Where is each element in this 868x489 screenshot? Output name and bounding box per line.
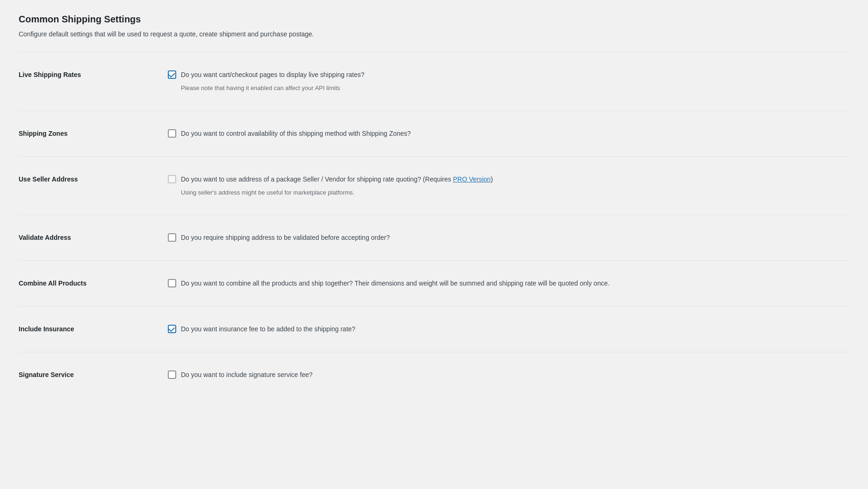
page-title: Common Shipping Settings bbox=[19, 14, 849, 25]
checkbox-label-use-seller-address: Do you want to use address of a package … bbox=[181, 175, 493, 184]
checkbox-signature-service[interactable] bbox=[168, 370, 176, 379]
checkbox-label-include-insurance: Do you want insurance fee to be added to… bbox=[181, 324, 355, 334]
checkbox-label-validate-address: Do you require shipping address to be va… bbox=[181, 233, 390, 243]
checkbox-row-use-seller-address: Do you want to use address of a package … bbox=[168, 175, 849, 184]
setting-label-include-insurance: Include Insurance bbox=[19, 316, 168, 342]
checkbox-row-signature-service: Do you want to include signature service… bbox=[168, 370, 849, 380]
checkbox-row-validate-address: Do you require shipping address to be va… bbox=[168, 233, 849, 243]
setting-label-signature-service: Signature Service bbox=[19, 362, 168, 388]
setting-row-live-shipping-rates: Live Shipping RatesDo you want cart/chec… bbox=[19, 52, 849, 111]
setting-row-include-insurance: Include InsuranceDo you want insurance f… bbox=[19, 306, 849, 352]
checkbox-use-seller-address bbox=[168, 175, 176, 183]
setting-row-combine-all-products: Combine All ProductsDo you want to combi… bbox=[19, 260, 849, 306]
pro-version-link-use-seller-address[interactable]: PRO Version bbox=[453, 175, 491, 183]
setting-content-include-insurance: Do you want insurance fee to be added to… bbox=[168, 316, 849, 342]
page-description: Configure default settings that will be … bbox=[19, 30, 849, 38]
checkbox-live-shipping-rates[interactable] bbox=[168, 70, 176, 79]
setting-row-use-seller-address: Use Seller AddressDo you want to use add… bbox=[19, 156, 849, 215]
setting-content-use-seller-address: Do you want to use address of a package … bbox=[168, 166, 849, 206]
checkbox-row-include-insurance: Do you want insurance fee to be added to… bbox=[168, 324, 849, 334]
setting-label-live-shipping-rates: Live Shipping Rates bbox=[19, 62, 168, 88]
setting-label-shipping-zones: Shipping Zones bbox=[19, 120, 168, 147]
setting-content-combine-all-products: Do you want to combine all the products … bbox=[168, 270, 849, 297]
help-text-live-shipping-rates: Please note that having it enabled can a… bbox=[181, 84, 849, 93]
checkbox-label-combine-all-products: Do you want to combine all the products … bbox=[181, 279, 610, 288]
setting-content-validate-address: Do you require shipping address to be va… bbox=[168, 224, 849, 251]
settings-container: Live Shipping RatesDo you want cart/chec… bbox=[19, 52, 849, 398]
setting-label-combine-all-products: Combine All Products bbox=[19, 270, 168, 296]
help-text-use-seller-address: Using seller's address might be useful f… bbox=[181, 188, 849, 197]
setting-content-live-shipping-rates: Do you want cart/checkout pages to displ… bbox=[168, 62, 849, 101]
setting-row-signature-service: Signature ServiceDo you want to include … bbox=[19, 352, 849, 398]
checkbox-combine-all-products[interactable] bbox=[168, 279, 176, 287]
checkbox-validate-address[interactable] bbox=[168, 233, 176, 242]
setting-row-validate-address: Validate AddressDo you require shipping … bbox=[19, 215, 849, 260]
checkbox-label-live-shipping-rates: Do you want cart/checkout pages to displ… bbox=[181, 70, 365, 80]
setting-row-shipping-zones: Shipping ZonesDo you want to control ava… bbox=[19, 111, 849, 156]
setting-content-signature-service: Do you want to include signature service… bbox=[168, 362, 849, 388]
checkbox-label-signature-service: Do you want to include signature service… bbox=[181, 370, 313, 380]
checkbox-row-shipping-zones: Do you want to control availability of t… bbox=[168, 129, 849, 139]
checkbox-row-combine-all-products: Do you want to combine all the products … bbox=[168, 279, 849, 288]
checkbox-shipping-zones[interactable] bbox=[168, 129, 176, 138]
setting-content-shipping-zones: Do you want to control availability of t… bbox=[168, 120, 849, 147]
checkbox-label-shipping-zones: Do you want to control availability of t… bbox=[181, 129, 411, 139]
checkbox-row-live-shipping-rates: Do you want cart/checkout pages to displ… bbox=[168, 70, 849, 80]
setting-label-use-seller-address: Use Seller Address bbox=[19, 166, 168, 192]
setting-label-validate-address: Validate Address bbox=[19, 224, 168, 251]
checkbox-include-insurance[interactable] bbox=[168, 325, 176, 333]
